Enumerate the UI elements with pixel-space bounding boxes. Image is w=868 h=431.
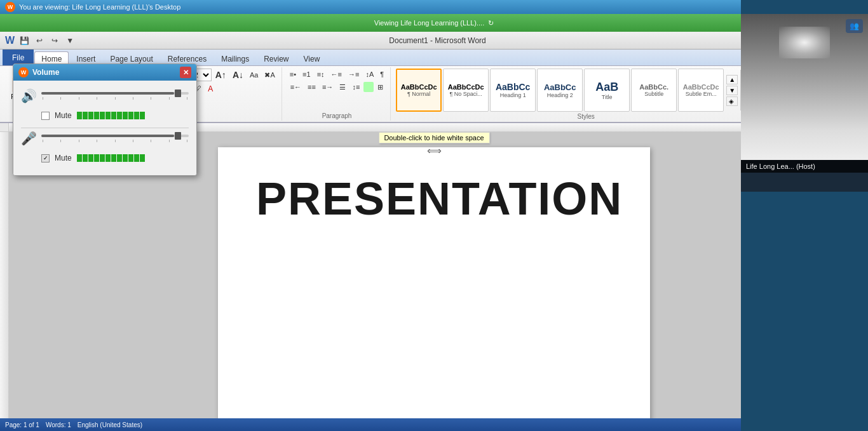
indent-less-btn[interactable]: ←≡ (329, 69, 344, 80)
line-spacing-btn[interactable]: ↕≡ (349, 81, 362, 93)
volume-close-btn[interactable]: ✕ (180, 67, 191, 78)
style-normal-preview: AaBbCcDc (401, 83, 437, 91)
style-h1-name: Heading 1 (500, 92, 526, 98)
mic-slider-track[interactable] (41, 135, 189, 137)
multilevel-btn[interactable]: ≡↕ (315, 69, 327, 80)
level-bar8 (117, 112, 122, 119)
mic-mute-label: Mute (55, 154, 72, 162)
mic-level-bar6 (105, 154, 111, 162)
style-subtitle-preview: AaBbCc. (639, 83, 668, 91)
mic-level-bar1 (77, 154, 82, 162)
level-bar10 (128, 112, 133, 119)
sort-btn[interactable]: ↕A (363, 69, 376, 80)
document-main-text: PRESENTATION (256, 173, 612, 225)
change-case-btn[interactable]: Aa (247, 69, 261, 81)
align-right-btn[interactable]: ≡→ (320, 81, 336, 93)
tick8 (169, 97, 170, 100)
white-space-tooltip-container: Double-click to hide white space ⟺ (427, 145, 442, 157)
show-hide-btn[interactable]: ¶ (377, 69, 386, 80)
speaker-level-indicator (77, 112, 145, 119)
style-h2-name: Heading 2 (547, 92, 573, 98)
bullets-btn[interactable]: ≡• (287, 69, 299, 80)
styles-scroll-up[interactable]: ▲ (726, 75, 738, 84)
level-bar11 (134, 112, 139, 119)
volume-title-left: W Volume (18, 67, 59, 77)
style-subtle-preview: AaBbCcDc (683, 83, 719, 91)
styles-more-btn[interactable]: ◈ (726, 96, 738, 106)
vertical-ruler (0, 132, 9, 418)
tick4 (97, 97, 97, 100)
speaker-icon: 🔊 (21, 88, 36, 103)
font-shrink-btn[interactable]: A↓ (230, 69, 246, 81)
word-title-bar: W 💾 ↩ ↪ ▼ Document1 - Microsoft Word — ❐… (0, 32, 868, 50)
taskbar-title-bar: W You are viewing: Life Long Learning (L… (0, 0, 868, 14)
save-quick-btn[interactable]: 💾 (17, 34, 31, 47)
ribbon-styles-group: AaBbCcDc ¶ Normal AaBbCcDc ¶ No Spaci...… (392, 67, 780, 121)
volume-title-text: Volume (32, 68, 59, 77)
tick9 (187, 97, 187, 100)
white-space-tooltip: Double-click to hide white space (378, 132, 489, 143)
indent-more-btn[interactable]: →≡ (346, 69, 362, 80)
style-title[interactable]: AaB Title (584, 69, 630, 112)
meeting-label: Viewing Life Long Learning (LLL).... (374, 19, 484, 27)
video-panel: 👥 Life Long Lea... (Host) (741, 14, 868, 192)
mic-row: 🎤 (21, 131, 189, 146)
meeting-refresh-icon[interactable]: ↻ (488, 19, 494, 27)
tick7 (151, 97, 151, 100)
level-bar3 (88, 112, 93, 119)
undo-quick-btn[interactable]: ↩ (32, 34, 46, 47)
participants-button[interactable]: 👥 (846, 19, 863, 33)
mic-tick7 (151, 140, 151, 142)
meeting-bar-center: Viewing Life Long Learning (LLL).... ↻ (374, 19, 494, 27)
mic-level-bar8 (117, 154, 122, 162)
level-bar7 (111, 112, 116, 119)
styles-scroll-down[interactable]: ▼ (726, 86, 738, 95)
shading-btn[interactable] (363, 82, 374, 92)
meeting-bar: Viewing Life Long Learning (LLL).... ↻ (0, 14, 868, 32)
style-normal[interactable]: AaBbCcDc ¶ Normal (396, 69, 442, 112)
align-justify-btn[interactable]: ☰ (337, 81, 348, 93)
numbering-btn[interactable]: ≡1 (300, 69, 313, 80)
mic-slider-thumb[interactable] (175, 132, 181, 140)
style-no-spacing[interactable]: AaBbCcDc ¶ No Spaci... (443, 69, 489, 112)
video-light (779, 27, 830, 58)
resize-handle-icon[interactable]: ⟺ (427, 145, 442, 157)
styles-content: AaBbCcDc ¶ Normal AaBbCcDc ¶ No Spaci...… (396, 69, 776, 112)
mic-level-bar7 (111, 154, 116, 162)
font-color-btn[interactable]: A (205, 83, 215, 95)
speaker-mute-checkbox[interactable] (41, 112, 50, 120)
mic-tick2 (60, 140, 61, 142)
clear-formatting-btn[interactable]: ✖A (262, 69, 277, 81)
speaker-ticks (41, 97, 189, 100)
speaker-slider-thumb[interactable] (175, 90, 181, 97)
status-left: Page: 1 of 1 Words: 1 English (United St… (5, 421, 142, 428)
mic-ticks (41, 140, 189, 142)
paragraph-content: ≡• ≡1 ≡↕ ←≡ →≡ ↕A ¶ ≡← ≡≡ ≡→ ☰ ↕≡ ⊞ (287, 69, 386, 111)
style-heading1[interactable]: AaBbCc Heading 1 (490, 69, 536, 112)
mic-level-bar10 (128, 154, 133, 162)
align-center-btn[interactable]: ≡≡ (305, 81, 318, 93)
tab-review[interactable]: Review (257, 51, 295, 65)
mic-slider-container (41, 135, 189, 142)
word-logo-icon: W (5, 35, 15, 46)
style-heading2[interactable]: AaBbCc Heading 2 (537, 69, 583, 112)
speaker-row: 🔊 (21, 88, 189, 103)
style-subtitle[interactable]: AaBbCc. Subtitle (631, 69, 677, 112)
style-subtle-em[interactable]: AaBbCcDc Subtle Em... (678, 69, 724, 112)
font-grow-btn[interactable]: A↑ (213, 69, 229, 81)
mic-mute-row: ✓ Mute (21, 151, 189, 168)
tab-mailings[interactable]: Mailings (214, 51, 256, 65)
redo-quick-btn[interactable]: ↪ (48, 34, 62, 47)
tab-view[interactable]: View (297, 51, 327, 65)
style-subtle-name: Subtle Em... (686, 91, 717, 97)
align-left-btn[interactable]: ≡← (288, 81, 304, 93)
style-h1-preview: AaBbCc (496, 82, 530, 92)
speaker-slider-track[interactable] (41, 92, 189, 95)
borders-btn[interactable]: ⊞ (375, 81, 386, 93)
document-page[interactable]: PRESENTATION (218, 147, 650, 418)
webex-volume-icon: W (18, 67, 29, 77)
qa-dropdown-btn[interactable]: ▼ (63, 34, 77, 47)
style-title-name: Title (602, 94, 613, 100)
video-host-name: Life Long Lea... (Host) (746, 162, 815, 170)
mic-mute-checkbox[interactable]: ✓ (41, 154, 50, 162)
